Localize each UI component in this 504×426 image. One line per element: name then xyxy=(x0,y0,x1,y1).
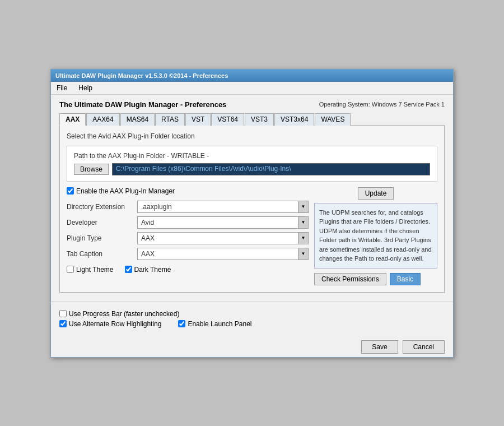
plugin-type-label: Plugin Type xyxy=(67,234,134,242)
enable-checkbox-row: Enable the AAX Plug-In Manager xyxy=(67,187,309,195)
check-permissions-button[interactable]: Check Permissions xyxy=(314,273,386,285)
plugin-type-value: AAX xyxy=(138,234,298,242)
tab-caption-dropdown[interactable]: AAX ▼ xyxy=(137,248,309,260)
light-theme-checkbox[interactable] xyxy=(67,266,74,273)
plugin-type-arrow[interactable]: ▼ xyxy=(298,233,308,244)
enable-launch-label[interactable]: Enable Launch Panel xyxy=(178,320,251,328)
developer-dropdown[interactable]: Avid ▼ xyxy=(137,216,309,229)
tab-aax[interactable]: AAX xyxy=(59,113,86,126)
save-button[interactable]: Save xyxy=(361,340,398,354)
cancel-button[interactable]: Cancel xyxy=(403,340,445,354)
update-btn-row: Update xyxy=(314,187,437,200)
tab-vst3x64[interactable]: VST3x64 xyxy=(274,113,314,126)
header-row: The Ultimate DAW Plugin Manager - Prefer… xyxy=(59,100,445,109)
left-column: Enable the AAX Plug-In Manager Directory… xyxy=(67,187,309,285)
content-area: The Ultimate DAW Plugin Manager - Prefer… xyxy=(51,95,453,298)
title-bar: Ultimate DAW Plugin Manager v1.5.3.0 ©20… xyxy=(51,70,453,82)
path-section: Path to the AAX Plug-in Folder - WRITABL… xyxy=(67,146,437,182)
tab-aax64[interactable]: AAX64 xyxy=(86,113,119,126)
path-row: Browse C:\Program Files (x86)\Common Fil… xyxy=(74,163,430,175)
alt-row-label[interactable]: Use Alternate Row Highlighting xyxy=(59,320,161,328)
right-buttons-row: Check Permissions Basic xyxy=(314,273,437,285)
dir-ext-arrow[interactable]: ▼ xyxy=(298,201,308,212)
panel-aax: Select the Avid AAX Plug-in Folder locat… xyxy=(59,125,445,293)
menu-help[interactable]: Help xyxy=(75,83,96,93)
bottom-row-2: Use Alternate Row Highlighting Enable La… xyxy=(59,320,445,328)
dir-ext-label: Directory Extension xyxy=(67,203,134,211)
tab-waves[interactable]: WAVES xyxy=(315,113,351,126)
progress-bar-label[interactable]: Use Progress Bar (faster unchecked) xyxy=(59,310,445,318)
plugin-type-dropdown[interactable]: AAX ▼ xyxy=(137,232,309,244)
menu-bar: File Help xyxy=(51,82,453,95)
bottom-options: Use Progress Bar (faster unchecked) Use … xyxy=(59,310,445,328)
path-input[interactable]: C:\Program Files (x86)\Common Files\Avid… xyxy=(112,163,430,175)
alt-row-checkbox[interactable] xyxy=(59,320,67,327)
tabs-container: AAX AAX64 MAS64 RTAS VST VST64 VST3 VST3… xyxy=(59,113,445,126)
developer-value: Avid xyxy=(138,219,298,226)
dark-theme-label[interactable]: Dark Theme xyxy=(125,266,171,274)
divider xyxy=(51,302,453,302)
tab-vst[interactable]: VST xyxy=(185,113,211,126)
info-box: The UDPM searches for, and catalogs Plug… xyxy=(314,203,437,268)
main-row: Enable the AAX Plug-In Manager Directory… xyxy=(67,187,437,285)
developer-arrow[interactable]: ▼ xyxy=(298,217,308,228)
dir-ext-dropdown[interactable]: .aaxplugin ▼ xyxy=(137,201,309,213)
footer-buttons: Save Cancel xyxy=(51,337,453,357)
tab-vst64[interactable]: VST64 xyxy=(211,113,244,126)
enable-aax-label[interactable]: Enable the AAX Plug-In Manager xyxy=(76,187,175,195)
dir-ext-value: .aaxplugin xyxy=(138,203,298,211)
dark-theme-checkbox[interactable] xyxy=(125,266,132,273)
tab-vst3[interactable]: VST3 xyxy=(245,113,274,126)
update-button[interactable]: Update xyxy=(358,187,394,200)
developer-label: Developer xyxy=(67,219,134,226)
theme-row: Light Theme Dark Theme xyxy=(67,266,309,274)
tab-caption-arrow[interactable]: ▼ xyxy=(298,248,308,260)
progress-bar-checkbox[interactable] xyxy=(59,310,67,317)
tab-caption-label: Tab Caption xyxy=(67,250,134,258)
light-theme-label[interactable]: Light Theme xyxy=(67,266,114,274)
tab-rtas[interactable]: RTAS xyxy=(155,113,185,126)
main-window: Ultimate DAW Plugin Manager v1.5.3.0 ©20… xyxy=(50,69,454,358)
os-info: Operating System: Windows 7 Service Pack… xyxy=(319,101,445,108)
form-grid: Directory Extension .aaxplugin ▼ Develop… xyxy=(67,201,309,260)
basic-button[interactable]: Basic xyxy=(390,273,421,285)
path-label: Path to the AAX Plug-in Folder - WRITABL… xyxy=(74,152,430,160)
window-title: Ultimate DAW Plugin Manager v1.5.3.0 ©20… xyxy=(55,72,228,79)
bottom-section: Use Progress Bar (faster unchecked) Use … xyxy=(51,305,453,337)
enable-aax-checkbox[interactable] xyxy=(67,187,74,195)
tab-caption-value: AAX xyxy=(138,250,298,258)
panel-instruction: Select the Avid AAX Plug-in Folder locat… xyxy=(67,132,437,140)
menu-file[interactable]: File xyxy=(53,83,71,93)
enable-launch-checkbox[interactable] xyxy=(178,320,185,327)
right-column: Update The UDPM searches for, and catalo… xyxy=(314,187,437,285)
browse-button[interactable]: Browse xyxy=(74,164,109,175)
app-title: The Ultimate DAW Plugin Manager - Prefer… xyxy=(59,100,226,109)
tab-mas64[interactable]: MAS64 xyxy=(120,113,155,126)
